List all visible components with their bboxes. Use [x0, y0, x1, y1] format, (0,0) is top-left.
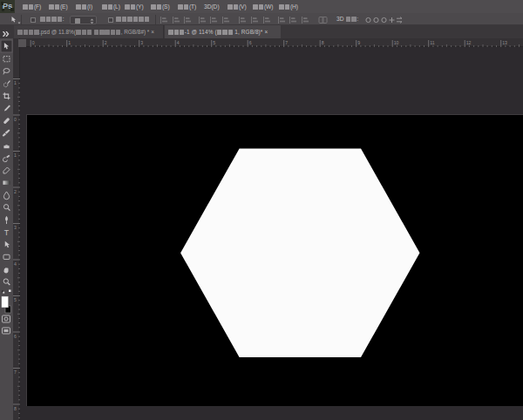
svg-text:7: 7 — [14, 369, 17, 375]
svg-text:3: 3 — [140, 40, 143, 45]
svg-text:5: 5 — [213, 40, 215, 45]
svg-text:5: 5 — [14, 297, 17, 302]
svg-text:2: 2 — [14, 189, 17, 194]
svg-text:4: 4 — [14, 261, 17, 267]
svg-text:8: 8 — [322, 40, 324, 45]
svg-text:1: 1 — [14, 152, 17, 158]
svg-text:6: 6 — [249, 40, 252, 45]
svg-text:10: 10 — [394, 40, 399, 45]
svg-text:T: T — [4, 228, 10, 237]
svg-text:2: 2 — [105, 40, 107, 45]
svg-text:3: 3 — [14, 225, 17, 230]
svg-text:8: 8 — [14, 406, 17, 411]
svg-text:12: 12 — [466, 40, 472, 45]
svg-text:6: 6 — [14, 334, 17, 339]
svg-text:0: 0 — [32, 40, 35, 45]
svg-text:0: 0 — [14, 117, 17, 122]
svg-text:9: 9 — [357, 40, 360, 45]
svg-text:4: 4 — [177, 40, 180, 45]
svg-text:7: 7 — [285, 40, 288, 45]
svg-text:11: 11 — [430, 40, 434, 45]
svg-text:1: 1 — [68, 40, 71, 45]
svg-text:1: 1 — [14, 80, 17, 85]
svg-text:13: 13 — [502, 40, 507, 45]
